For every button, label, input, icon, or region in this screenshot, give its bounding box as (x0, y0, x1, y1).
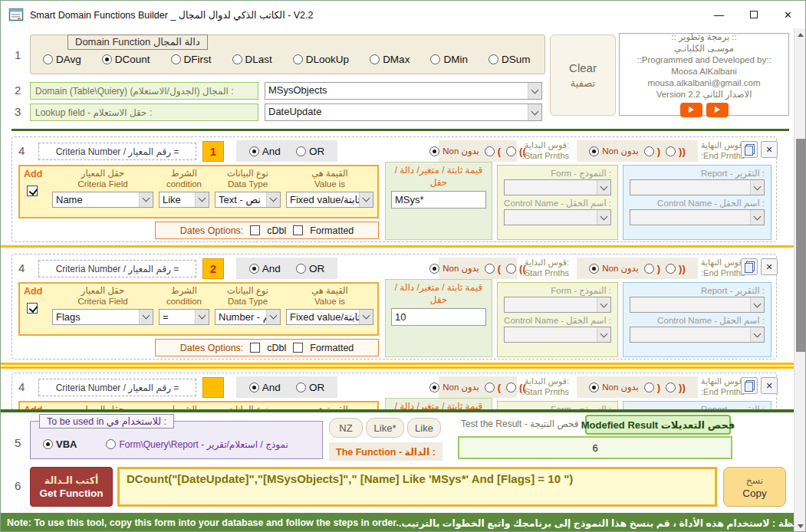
youtube-play-icon[interactable] (680, 103, 702, 117)
vertical-scrollbar[interactable] (794, 28, 806, 532)
radio-or[interactable]: OR (296, 382, 324, 393)
formatted-checkbox[interactable] (293, 225, 303, 235)
report-label: Report - التقرير : (630, 168, 765, 179)
radio-dsum[interactable]: DSum (489, 54, 531, 65)
delete-criteria-button[interactable]: ✕ (761, 258, 778, 275)
generated-function-text[interactable]: DCount("[DateUpdate]","[MSysObjects]"," … (117, 467, 717, 507)
form-control-combo[interactable] (504, 327, 611, 343)
clear-button[interactable]: Clear تصفية (550, 34, 616, 116)
duplicate-criteria-button[interactable] (741, 141, 758, 158)
report-control-combo[interactable] (630, 209, 765, 225)
chevron-down-icon[interactable] (597, 180, 610, 195)
add-checkbox[interactable] (27, 186, 38, 196)
chevron-down-icon[interactable] (195, 310, 209, 324)
radio-start-non[interactable]: Non بدون (429, 382, 479, 392)
maximize-button[interactable] (736, 1, 771, 28)
nz-button[interactable]: NZ (329, 418, 363, 438)
lookup-field-combo[interactable]: DateUpdate (265, 103, 542, 121)
radio-davg[interactable]: DAvg (43, 54, 81, 65)
chevron-down-icon[interactable] (359, 192, 373, 207)
radio-end-paren[interactable]: ) (644, 146, 660, 157)
radio-dlast[interactable]: DLast (232, 54, 272, 65)
radio-end-double-paren[interactable]: )) (666, 146, 686, 157)
radio-end-paren[interactable]: ) (644, 382, 660, 393)
criteria-value-input[interactable] (391, 308, 486, 326)
chevron-down-icon[interactable] (528, 104, 541, 120)
copy-button[interactable]: نسخ Copy (723, 467, 786, 507)
scrollbar-thumb[interactable] (796, 139, 805, 352)
condition-combo[interactable]: Like (159, 192, 209, 208)
form-combo[interactable] (504, 297, 611, 313)
duplicate-criteria-button[interactable] (741, 377, 758, 394)
modified-result-button[interactable]: فحص التعديلات Modefied Result (585, 415, 731, 435)
criteria-value-input[interactable] (391, 191, 486, 209)
delete-criteria-button[interactable]: ✕ (761, 377, 778, 394)
radio-dmin[interactable]: DMin (430, 54, 468, 65)
chevron-down-icon[interactable] (750, 327, 764, 342)
chevron-down-icon[interactable] (359, 310, 373, 324)
cdbl-checkbox[interactable] (250, 343, 260, 353)
radio-dcount[interactable]: DCount (102, 54, 150, 65)
chevron-down-icon[interactable] (266, 310, 280, 324)
value-is-combo[interactable]: Fixed value/ثابتة (286, 309, 373, 325)
status-note-ar: ملاحظة : لاستخدام هذه الأداة ، قم بنسخ ه… (399, 517, 806, 529)
report-combo[interactable] (630, 179, 765, 195)
form-control-combo[interactable] (504, 209, 611, 225)
radio-end-paren[interactable]: ) (644, 263, 660, 274)
chevron-down-icon[interactable] (266, 192, 280, 207)
chevron-down-icon[interactable] (195, 192, 209, 207)
radio-end-double-paren[interactable]: )) (666, 382, 686, 393)
radio-start-non[interactable]: Non بدون (429, 146, 479, 156)
get-function-button[interactable]: أكتب الـدالة Get Function (30, 467, 113, 507)
radio-or[interactable]: OR (296, 263, 324, 274)
radio-vba[interactable]: VBA (43, 438, 77, 450)
domain-combo[interactable]: MSysObjects (265, 82, 542, 100)
chevron-down-icon[interactable] (597, 297, 610, 312)
radio-and[interactable]: And (249, 146, 281, 157)
like-button[interactable]: Like (407, 418, 441, 438)
radio-and[interactable]: And (249, 382, 281, 393)
criteria-field-combo[interactable]: Flags (52, 309, 153, 325)
data-type-combo[interactable]: Text - نص (215, 192, 281, 208)
close-button[interactable]: ✕ (771, 1, 805, 28)
chevron-down-icon[interactable] (750, 297, 764, 312)
chevron-down-icon[interactable] (750, 180, 764, 195)
radio-dmax[interactable]: DMax (370, 54, 410, 65)
radio-end-non[interactable]: Non بدون (589, 146, 639, 156)
radio-start-paren[interactable]: ( (485, 146, 501, 157)
radio-dfirst[interactable]: DFirst (171, 54, 212, 65)
like-star-button[interactable]: Like* (366, 418, 404, 438)
radio-end-non[interactable]: Non بدون (589, 382, 639, 392)
minimize-button[interactable]: — (702, 1, 736, 28)
radio-start-paren[interactable]: ( (485, 263, 501, 274)
chevron-down-icon[interactable] (597, 210, 610, 225)
criteria-field-combo[interactable]: Name (52, 192, 153, 208)
cdbl-checkbox[interactable] (250, 225, 260, 235)
radio-end-double-paren[interactable]: )) (666, 263, 686, 274)
radio-dlookup[interactable]: DLookUp (293, 54, 349, 65)
radio-or[interactable]: OR (296, 146, 324, 157)
condition-combo[interactable]: = (159, 309, 209, 325)
report-combo[interactable] (630, 297, 765, 313)
radio-end-non[interactable]: Non بدون (589, 263, 639, 274)
chevron-down-icon[interactable] (139, 310, 153, 324)
scroll-down-icon[interactable] (794, 520, 806, 532)
add-checkbox[interactable] (27, 303, 38, 314)
radio-form-query-report[interactable]: Form\Query\Report - نموذج / استعلام/تقري… (106, 438, 288, 450)
radio-start-paren[interactable]: ( (485, 382, 501, 393)
scroll-up-icon[interactable] (794, 28, 806, 41)
formatted-checkbox[interactable] (293, 343, 303, 353)
chevron-down-icon[interactable] (597, 327, 610, 342)
data-type-combo[interactable]: Number - رقم (215, 309, 281, 325)
chevron-down-icon[interactable] (528, 83, 541, 99)
delete-criteria-button[interactable]: ✕ (761, 141, 778, 158)
radio-and[interactable]: And (249, 263, 281, 274)
duplicate-criteria-button[interactable] (741, 258, 758, 275)
youtube-play-icon[interactable] (706, 103, 729, 117)
value-is-combo[interactable]: Fixed value/ثابتة (286, 192, 373, 208)
report-control-combo[interactable] (630, 327, 765, 343)
chevron-down-icon[interactable] (139, 192, 153, 207)
form-combo[interactable] (504, 179, 611, 195)
radio-start-non[interactable]: Non بدون (429, 263, 479, 274)
chevron-down-icon[interactable] (750, 210, 764, 225)
